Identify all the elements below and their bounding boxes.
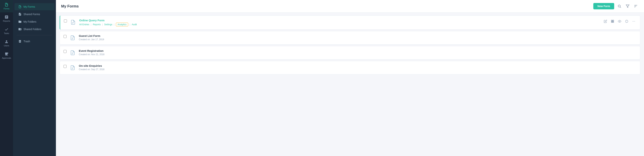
form-meta-guest-list: Created on: Jan 17, 2019: [79, 38, 636, 41]
more-icon: [632, 20, 636, 23]
form-icon-online-query: [70, 19, 76, 26]
trash-icon: [18, 40, 22, 43]
form-info-onsite: On-site Enquiries Created on: Sep 27, 20…: [79, 64, 636, 71]
form-link-settings[interactable]: Settings: [104, 23, 112, 26]
sidebar-item-trash[interactable]: Trash: [14, 38, 54, 45]
form-checkbox-event-reg[interactable]: [64, 50, 66, 53]
main-header: My Forms New Form: [56, 0, 644, 13]
preview-icon: [618, 20, 621, 23]
main-content: My Forms New Form Online Query Form: [56, 0, 644, 156]
sidebar-shared-folders-label: Shared Folders: [24, 28, 41, 31]
sort-button[interactable]: [633, 3, 639, 9]
form-info-event-reg: Event Registration Created on: Nov 21, 2…: [79, 49, 636, 56]
form-actions-online-query: [603, 19, 636, 24]
form-item-online-query-form: Online Query Form All Entries | Reports …: [60, 16, 640, 30]
svg-point-17: [634, 21, 634, 22]
form-doc-icon: [70, 20, 76, 25]
form-item-on-site-enquiries: On-site Enquiries Created on: Sep 27, 20…: [60, 61, 640, 74]
form-created-onsite: Created on: Sep 27, 2018: [79, 68, 104, 71]
nav-users-label: Users: [4, 45, 9, 47]
filter-button[interactable]: [624, 3, 630, 9]
form-link-reports[interactable]: Reports: [93, 23, 100, 26]
form-checkbox-online-query[interactable]: [64, 20, 67, 22]
header-actions: New Form: [593, 3, 639, 9]
form-doc-icon-2: [70, 35, 75, 40]
form-name-online-query: Online Query Form: [79, 19, 600, 22]
search-icon: [618, 4, 621, 8]
sidebar: My Forms Shared Forms My Folders Shared …: [13, 0, 56, 156]
sidebar-item-my-forms[interactable]: My Forms: [14, 3, 54, 10]
more-form-button[interactable]: [631, 19, 636, 24]
form-created-guest-list: Created on: Jan 17, 2019: [79, 38, 104, 41]
form-meta-online-query: All Entries | Reports | Settings | Analy…: [79, 23, 600, 26]
nav-tasks-label: Tasks: [4, 32, 9, 34]
shared-forms-icon: [18, 13, 22, 16]
my-folders-icon: [18, 20, 22, 23]
nav-approvals[interactable]: Approvals: [0, 49, 13, 62]
form-meta-onsite: Created on: Sep 27, 2018: [79, 68, 636, 71]
sidebar-trash-label: Trash: [24, 40, 30, 43]
icon-nav: Forms Reports Tasks Users Approvals: [0, 0, 13, 156]
sidebar-shared-forms-label: Shared Forms: [24, 13, 40, 16]
edit-form-button[interactable]: [603, 19, 608, 24]
form-icon-onsite: [69, 64, 76, 71]
preview-form-button[interactable]: [617, 19, 622, 24]
nav-forms[interactable]: Forms: [0, 0, 13, 12]
form-link-analytics[interactable]: Analytics: [116, 23, 128, 26]
sidebar-my-forms-label: My Forms: [24, 5, 35, 8]
filter-icon: [626, 4, 630, 8]
svg-point-12: [619, 21, 620, 22]
sidebar-item-shared-forms[interactable]: Shared Forms: [14, 11, 54, 18]
form-info-online-query: Online Query Form All Entries | Reports …: [79, 19, 600, 26]
sort-icon: [634, 4, 638, 8]
form-meta-event-reg: Created on: Nov 21, 2018: [79, 53, 636, 56]
nav-reports[interactable]: Reports: [0, 12, 13, 25]
page-title: My Forms: [61, 4, 79, 9]
form-item-guest-list-form: Guest List Form Created on: Jan 17, 2019: [60, 31, 640, 45]
nav-tasks[interactable]: Tasks: [0, 25, 13, 37]
share-form-button[interactable]: [610, 19, 615, 24]
svg-line-1: [620, 7, 621, 8]
form-link-all-entries[interactable]: All Entries: [79, 23, 89, 26]
form-name-guest-list: Guest List Form: [79, 34, 636, 37]
new-form-button[interactable]: New Form: [593, 3, 614, 9]
forms-list: Online Query Form All Entries | Reports …: [56, 13, 644, 156]
nav-reports-label: Reports: [3, 20, 10, 22]
form-icon-guest-list: [69, 34, 76, 41]
sidebar-my-folders-label: My Folders: [24, 20, 36, 23]
form-doc-icon-4: [70, 65, 75, 70]
form-created-event-reg: Created on: Nov 21, 2018: [79, 53, 104, 56]
form-name-onsite: On-site Enquiries: [79, 64, 636, 67]
shared-folders-icon: [18, 28, 22, 31]
my-forms-icon: [18, 5, 22, 9]
form-icon-event-reg: [69, 49, 76, 56]
edit-icon: [604, 20, 607, 23]
nav-forms-label: Forms: [4, 8, 9, 10]
info-icon: [625, 20, 628, 23]
svg-marker-2: [626, 5, 629, 8]
form-link-audit[interactable]: Audit: [132, 23, 137, 26]
sidebar-item-shared-folders[interactable]: Shared Folders: [14, 26, 54, 33]
form-item-event-registration: Event Registration Created on: Nov 21, 2…: [60, 46, 640, 59]
sidebar-divider: [17, 35, 52, 35]
form-checkbox-guest-list[interactable]: [64, 35, 66, 38]
form-checkbox-onsite[interactable]: [64, 65, 66, 68]
nav-approvals-label: Approvals: [2, 57, 11, 59]
share-icon: [611, 20, 614, 23]
info-form-button[interactable]: [624, 19, 629, 24]
sidebar-item-my-folders[interactable]: My Folders: [14, 18, 54, 25]
form-doc-icon-3: [70, 50, 75, 55]
form-name-event-reg: Event Registration: [79, 49, 636, 52]
form-info-guest-list: Guest List Form Created on: Jan 17, 2019: [79, 34, 636, 41]
nav-users[interactable]: Users: [0, 37, 13, 49]
svg-point-0: [618, 5, 620, 7]
svg-point-18: [634, 21, 635, 22]
search-button[interactable]: [616, 3, 622, 9]
svg-point-16: [633, 21, 633, 22]
